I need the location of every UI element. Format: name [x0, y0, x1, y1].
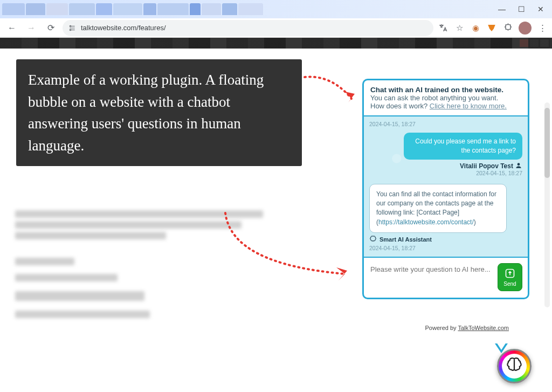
user-avatar-icon [515, 163, 522, 169]
annotation-text: Example of a working plugin. A floating … [28, 72, 264, 154]
url-text: talktowebsite.com/features/ [81, 24, 166, 32]
chat-header: Chat with an AI trained on the website. … [364, 80, 528, 116]
bookmark-star-icon[interactable]: ☆ [454, 23, 465, 33]
brain-icon [505, 356, 523, 376]
chat-widget: Chat with an AI trained on the website. … [362, 79, 529, 299]
window-controls: — ☐ ✕ [496, 3, 547, 15]
browser-tab[interactable] [113, 3, 142, 15]
window-maximize-button[interactable]: ☐ [515, 3, 527, 15]
chat-bot-link[interactable]: https://talktowebsite.com/contact/ [378, 218, 474, 226]
chat-body: 2024-04-15, 18:27 Could you please send … [364, 116, 528, 257]
chat-send-button[interactable]: Send [498, 263, 522, 291]
svg-marker-2 [488, 25, 495, 31]
chat-timestamp: 2024-04-15, 18:27 [369, 121, 522, 127]
browser-tab[interactable] [238, 3, 263, 15]
svg-point-1 [70, 29, 71, 30]
kebab-menu-icon[interactable]: ⋮ [537, 23, 548, 33]
browser-toolbar: ← → ⟳ talktowebsite.com/features/ ☆ ◉ ⋮ [0, 18, 552, 38]
browser-tab[interactable] [46, 3, 68, 15]
svg-point-0 [70, 25, 71, 26]
svg-point-5 [518, 163, 520, 166]
send-arrow-icon [505, 268, 515, 280]
chat-header-sub: You can ask the robot anything you want. [370, 94, 498, 102]
forward-button[interactable]: → [24, 20, 39, 36]
browser-tab[interactable] [157, 3, 189, 15]
browser-tab[interactable] [190, 3, 201, 15]
back-button[interactable]: ← [4, 20, 19, 36]
window-close-button[interactable]: ✕ [535, 3, 547, 15]
send-label: Send [503, 281, 516, 287]
chat-input[interactable] [369, 263, 493, 284]
svg-marker-3 [345, 92, 355, 102]
page-scrollbar[interactable] [544, 102, 550, 307]
extensions-puzzle-icon[interactable] [502, 23, 513, 33]
chat-user-name: Vitalii Popov Test [460, 162, 513, 170]
chat-input-row: Send [364, 257, 528, 298]
chat-powered-by: Powered by TalkToWebsite.com [425, 325, 509, 331]
chat-bot-ts: 2024-04-15, 18:27 [369, 245, 522, 251]
tab-strip [2, 3, 496, 15]
browser-tab[interactable] [69, 3, 95, 15]
toolbar-extensions: ☆ ◉ ⋮ [438, 22, 548, 35]
chat-bot-message: You can find all the contact information… [369, 184, 507, 233]
site-settings-icon[interactable] [68, 24, 77, 32]
browser-tab[interactable] [222, 3, 237, 15]
address-bar[interactable]: talktowebsite.com/features/ [63, 20, 433, 36]
metamask-icon[interactable] [486, 23, 497, 33]
chat-header-title: Chat with an AI trained on the website. [370, 86, 503, 94]
chat-bot-name: Smart AI Assistant [380, 236, 432, 243]
page-content: Example of a working plugin. A floating … [0, 49, 552, 392]
browser-tab[interactable] [2, 3, 25, 15]
scrollbar-thumb[interactable] [544, 108, 550, 178]
browser-tab[interactable] [26, 3, 45, 15]
profile-avatar[interactable] [519, 22, 532, 35]
chat-header-sub2: How does it work? [370, 102, 430, 110]
chat-header-link[interactable]: Click here to know more. [430, 102, 507, 110]
chat-user-ts: 2024-04-15, 18:27 [476, 170, 522, 176]
browser-tab[interactable] [96, 3, 112, 15]
annotation-arrow-icon [302, 69, 367, 112]
page-header-bar [0, 38, 552, 49]
svg-marker-4 [336, 267, 347, 280]
browser-tab[interactable] [202, 3, 221, 15]
window-minimize-button[interactable]: — [496, 3, 508, 15]
reload-button[interactable]: ⟳ [43, 20, 58, 36]
chat-bot-meta: Smart AI Assistant [369, 235, 522, 244]
powered-by-link[interactable]: TalkToWebsite.com [458, 325, 509, 331]
brain-icon [369, 235, 377, 244]
browser-tab[interactable] [143, 3, 156, 15]
extension-icon[interactable]: ◉ [470, 23, 481, 33]
window-titlebar: — ☐ ✕ [0, 0, 552, 18]
chat-floating-button[interactable] [497, 349, 532, 383]
chat-user-message: Could you please send me a link to the c… [404, 133, 522, 160]
chat-user-meta: Vitalii Popov Test 2024-04-15, 18:27 [369, 162, 522, 176]
annotation-callout: Example of a working plugin. A floating … [16, 59, 302, 166]
translate-icon[interactable] [438, 23, 448, 33]
